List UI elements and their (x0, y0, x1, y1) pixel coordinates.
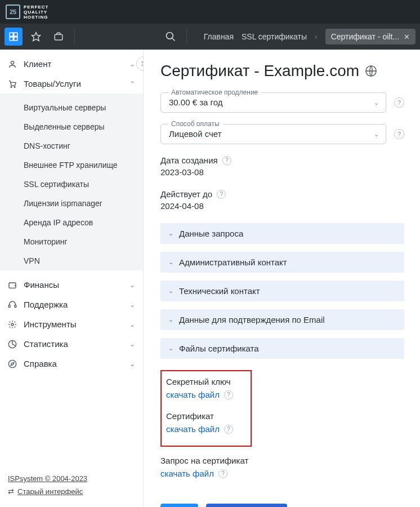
sidebar-item-monitoring[interactable]: Мониторинг (0, 232, 143, 251)
svg-marker-4 (32, 33, 41, 41)
sidebar-item-client[interactable]: Клиент ⌄ (0, 54, 143, 74)
sidebar-item-ip[interactable]: Аренда IP адресов (0, 213, 143, 232)
svg-rect-13 (15, 305, 16, 307)
renewal-select[interactable]: Автоматическое продление 30.00 € за год … (160, 92, 386, 113)
svg-rect-1 (14, 33, 17, 36)
help-icon[interactable]: ? (222, 156, 231, 165)
sidebar-item-support[interactable]: Поддержка⌄ (0, 295, 143, 314)
breadcrumb-ssl[interactable]: SSL сертификаты (242, 32, 307, 41)
cert-files: Секретный ключ скачать файл? Сертификат … (160, 367, 404, 492)
payment-value: Лицевой счет (169, 129, 222, 139)
chevron-down-icon: ⌄ (374, 131, 379, 138)
svg-point-14 (11, 323, 14, 326)
renewal-field-wrap: Автоматическое продление 30.00 € за год … (160, 92, 404, 113)
navbar: Главная SSL сертификаты › Сертификат - o… (0, 24, 420, 50)
cancel-button[interactable]: Отмена (295, 504, 352, 507)
logo[interactable]: 25 PERFECTQUALITYHOSTING (6, 5, 48, 20)
secret-key-download[interactable]: скачать файл? (166, 390, 233, 399)
chevron-down-icon: ⌄ (129, 321, 135, 328)
breadcrumb-current[interactable]: Сертификат - oilt... ✕ (325, 29, 415, 45)
secret-key-label: Секретный ключ (166, 377, 246, 386)
close-icon[interactable]: ✕ (404, 33, 410, 41)
help-icon[interactable]: ? (218, 469, 227, 478)
sidebar: ✕ Клиент ⌄ Товары/Услуги ⌃ Виртуальные с… (0, 50, 144, 507)
svg-rect-12 (8, 305, 10, 307)
sidebar-item-finance[interactable]: Финансы⌄ (0, 275, 143, 295)
sidebar-item-products[interactable]: Товары/Услуги ⌃ (0, 74, 143, 94)
globe-icon (365, 65, 377, 77)
content: Сертификат - Example.com Автоматическое … (144, 50, 420, 507)
chevron-down-icon: ⌄ (168, 287, 173, 295)
help-icon[interactable]: ? (224, 390, 233, 399)
svg-point-16 (8, 360, 16, 367)
nav-separator (74, 29, 75, 45)
sidebar-item-vpn[interactable]: VPN (0, 251, 143, 270)
sidebar-item-tools[interactable]: Инструменты⌄ (0, 314, 143, 334)
csr-block: Запрос на сертификат скачать файл? (160, 456, 404, 479)
breadcrumb-home[interactable]: Главная (204, 32, 234, 41)
highlight-box: Секретный ключ скачать файл? Сертификат … (160, 370, 252, 447)
chevron-down-icon: ⌄ (168, 259, 173, 266)
sidebar-item-dns[interactable]: DNS-хостинг (0, 136, 143, 155)
sidebar-item-isp[interactable]: Лицензии ispmanager (0, 194, 143, 213)
compass-icon (8, 359, 18, 368)
sidebar-item-ssl[interactable]: SSL сертификаты (0, 175, 143, 194)
ok-button[interactable]: Ok (160, 504, 198, 507)
svg-line-7 (172, 38, 175, 41)
breadcrumb: Главная SSL сертификаты › Сертификат - o… (204, 29, 415, 45)
swap-icon: ⇄ (8, 487, 14, 496)
csr-download[interactable]: скачать файл? (160, 469, 227, 478)
nav-home-icon[interactable] (5, 28, 23, 46)
created-row: Дата создания? 2023-03-08 (160, 155, 404, 177)
sidebar-footer: ISPsystem © 2004-2023 ⇄ Старый интерфейс (8, 474, 87, 500)
svg-point-9 (11, 86, 12, 87)
svg-rect-2 (10, 37, 13, 41)
sidebar-item-vps[interactable]: Виртуальные серверы (0, 98, 143, 117)
valid-row: Действует до? 2024-04-08 (160, 189, 404, 211)
svg-rect-3 (14, 37, 17, 41)
help-icon[interactable]: ? (217, 190, 226, 199)
cert-block: Сертификат скачать файл? (166, 411, 246, 434)
chevron-up-icon: ⌃ (129, 80, 135, 88)
sidebar-item-help[interactable]: Справка⌄ (0, 354, 143, 373)
svg-rect-5 (55, 34, 62, 40)
created-value: 2023-03-08 (160, 167, 404, 177)
help-icon[interactable]: ? (394, 97, 404, 108)
sidebar-item-dedicated[interactable]: Выделенные серверы (0, 117, 143, 136)
delete-key-button[interactable]: Удалить ключ (206, 504, 287, 507)
help-icon[interactable]: ? (394, 129, 404, 139)
section-admin[interactable]: ⌄Административный контакт (160, 252, 404, 273)
sidebar-item-stats[interactable]: Статистика⌄ (0, 334, 143, 354)
section-request[interactable]: ⌄Данные запроса (160, 223, 404, 244)
search-icon[interactable] (162, 28, 180, 46)
section-files[interactable]: ⌄Файлы сертификата (160, 338, 404, 359)
help-icon[interactable]: ? (224, 425, 233, 434)
renewal-value: 30.00 € за год (169, 97, 223, 107)
chevron-down-icon: ⌄ (129, 360, 135, 368)
user-icon (8, 60, 18, 69)
svg-point-10 (14, 86, 15, 87)
topbar: 25 PERFECTQUALITYHOSTING (0, 0, 420, 24)
svg-marker-17 (11, 362, 14, 365)
valid-value: 2024-04-08 (160, 201, 404, 211)
svg-point-6 (166, 33, 173, 39)
chevron-down-icon: ⌄ (129, 281, 135, 289)
payment-select[interactable]: Способ оплаты Лицевой счет ⌄ (160, 124, 386, 144)
chevron-down-icon: ⌄ (168, 345, 173, 352)
nav-separator (186, 29, 187, 45)
csr-label: Запрос на сертификат (160, 456, 404, 465)
chevron-down-icon: ⌄ (374, 99, 379, 106)
old-interface-link[interactable]: ⇄ Старый интерфейс (8, 487, 87, 496)
sidebar-item-ftp[interactable]: Внешнее FTP хранилище (0, 155, 143, 175)
copyright-link[interactable]: ISPsystem © 2004-2023 (8, 474, 87, 483)
logo-text: PERFECTQUALITYHOSTING (24, 5, 48, 20)
cert-download[interactable]: скачать файл? (166, 424, 233, 434)
section-email[interactable]: ⌄Данные для подтверждения по Email (160, 309, 404, 330)
wallet-icon (8, 281, 18, 290)
section-tech[interactable]: ⌄Технический контакт (160, 281, 404, 301)
nav-star-icon[interactable] (27, 28, 45, 46)
nav-briefcase-icon[interactable] (50, 28, 68, 46)
chevron-down-icon: ⌄ (168, 316, 173, 323)
pie-icon (8, 340, 18, 349)
headset-icon (8, 300, 18, 309)
